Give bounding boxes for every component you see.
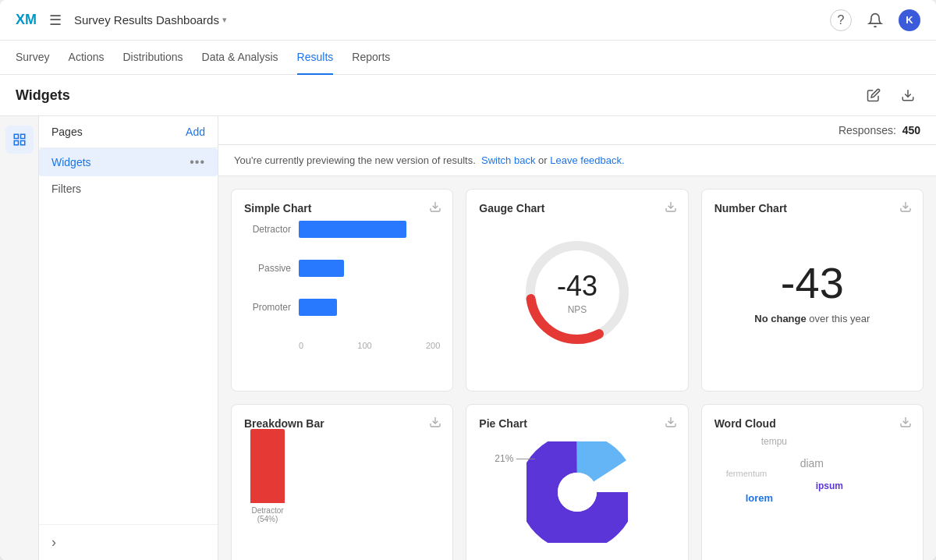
nav-results[interactable]: Results (297, 41, 334, 75)
word-cloud-download-icon[interactable] (899, 416, 912, 431)
gauge-container: -43 NPS (479, 214, 675, 370)
widgets-header: Widgets (0, 75, 936, 116)
word-fermentum: fermentum (726, 469, 768, 478)
user-avatar[interactable]: K (899, 9, 920, 31)
sidebar-icon-tab (0, 116, 39, 560)
title-caret-icon[interactable]: ▾ (222, 15, 227, 25)
pages-icon[interactable] (5, 126, 34, 154)
widgets-title: Widgets (16, 87, 70, 104)
preview-banner: You're currently previewing the new vers… (218, 145, 936, 176)
gauge-label: NPS (557, 304, 597, 315)
simple-chart-card: Simple Chart Detractor (231, 189, 453, 392)
pie-svg (526, 441, 628, 543)
simple-chart-download-icon[interactable] (429, 200, 441, 216)
nav-data-analysis[interactable]: Data & Analysis (202, 41, 278, 75)
app-title-text: Survey Results Dashboards (74, 13, 219, 27)
main-layout: Pages Add Widgets ••• Filters › Response… (0, 116, 936, 560)
sub-nav: Survey Actions Distributions Data & Anal… (0, 41, 936, 75)
preview-text: You're currently previewing the new vers… (234, 154, 476, 166)
bar-label-detractor: Detractor (244, 224, 291, 235)
pie-chart-download-icon[interactable] (665, 416, 677, 431)
bar-row-promoter: Promoter (244, 299, 440, 316)
sidebar-item-widgets[interactable]: Widgets ••• (39, 148, 218, 176)
simple-chart-title: Simple Chart (244, 202, 311, 214)
svg-point-14 (558, 473, 597, 512)
bar-track-promoter (299, 299, 440, 316)
widgets-header-actions (861, 83, 920, 108)
bar-label-promoter: Promoter (244, 302, 291, 313)
breakdown-bar-label: Detractor (54%) (244, 506, 291, 523)
number-chart: -43 No change over this year (714, 214, 910, 370)
top-nav: XM ☰ Survey Results Dashboards ▾ ? K (0, 0, 936, 41)
nav-distributions[interactable]: Distributions (123, 41, 183, 75)
number-big-value: -43 (781, 261, 844, 305)
leave-feedback-link[interactable]: Leave feedback. (550, 154, 624, 166)
pie-container: 21% —— (479, 430, 675, 555)
responses-label: Responses: 450 (838, 124, 920, 136)
gauge-chart-title: Gauge Chart (479, 202, 544, 214)
number-subtitle-bold: No change (754, 313, 806, 324)
nav-actions[interactable]: Actions (69, 41, 105, 75)
bar-fill-detractor (299, 221, 406, 238)
sidebar-pages-label: Pages (51, 126, 83, 138)
simple-chart: Detractor Passive (244, 214, 440, 350)
breakdown-bar-download-icon[interactable] (429, 416, 441, 431)
svg-rect-4 (20, 141, 24, 145)
app-title: Survey Results Dashboards ▾ (74, 13, 227, 27)
dashboard-area: Responses: 450 You're currently previewi… (218, 116, 936, 560)
gauge-chart-card: Gauge Chart -43 (466, 189, 688, 392)
preview-or: or (535, 154, 550, 166)
word-diam: diam (800, 457, 824, 470)
help-icon-label: ? (838, 13, 845, 27)
bar-track-detractor (299, 221, 440, 238)
responses-count: 450 (902, 124, 920, 136)
sidebar-item-filters[interactable]: Filters (39, 176, 218, 201)
breakdown-bar-fill (250, 429, 285, 503)
bar-row-passive: Passive (244, 260, 440, 277)
nav-reports[interactable]: Reports (352, 41, 390, 75)
nav-survey[interactable]: Survey (16, 41, 50, 75)
hamburger-icon[interactable]: ☰ (49, 12, 62, 29)
word-tempu: tempu (761, 436, 787, 447)
axis-200: 200 (426, 341, 440, 350)
sidebar-item-more-icon[interactable]: ••• (190, 155, 205, 169)
breakdown-bar-title: Breakdown Bar (244, 417, 324, 430)
help-icon[interactable]: ? (830, 9, 852, 31)
word-cloud-title: Word Cloud (714, 417, 776, 430)
switch-back-link[interactable]: Switch back (481, 154, 535, 166)
pie-legend-label: 21% —— (495, 453, 534, 464)
breakdown-bar-card: Breakdown Bar Detractor (54%) (231, 404, 453, 560)
bar-label-passive: Passive (244, 263, 291, 274)
gauge-chart-download-icon[interactable] (665, 200, 677, 216)
word-ipsum: ipsum (816, 480, 843, 491)
pie-chart-card: Pie Chart 21% —— (466, 404, 688, 560)
axis-0: 0 (299, 341, 303, 350)
bar-fill-promoter (299, 299, 337, 316)
responses-bar: Responses: 450 (218, 116, 936, 145)
word-lorem: lorem (746, 492, 773, 504)
edit-icon[interactable] (861, 83, 886, 108)
gauge-center: -43 NPS (557, 270, 597, 315)
chart-axis: 0 100 200 (244, 338, 440, 350)
axis-100: 100 (357, 341, 371, 350)
sidebar: Pages Add Widgets ••• Filters › (39, 116, 218, 560)
sidebar-add-button[interactable]: Add (186, 126, 205, 138)
sidebar-collapse-button[interactable]: › (39, 524, 218, 560)
xm-logo: XM (16, 12, 37, 28)
collapse-icon: › (51, 534, 56, 550)
breakdown-bar-chart: Detractor (54%) (244, 430, 440, 523)
number-chart-card: Number Chart -43 No change over this yea… (701, 189, 924, 392)
bar-track-passive (299, 260, 440, 277)
app-window: XM ☰ Survey Results Dashboards ▾ ? K Sur… (0, 0, 936, 560)
number-subtitle: No change over this year (754, 313, 870, 324)
notification-icon[interactable] (864, 9, 886, 31)
number-chart-download-icon[interactable] (899, 200, 912, 216)
sidebar-widgets-label: Widgets (51, 156, 91, 168)
sidebar-header: Pages Add (39, 116, 218, 148)
content-area: Widgets Pages Add (0, 75, 936, 560)
svg-rect-1 (14, 134, 18, 138)
download-icon[interactable] (895, 83, 920, 108)
number-chart-title: Number Chart (714, 202, 787, 214)
pie-chart-title: Pie Chart (479, 417, 526, 430)
word-cloud-card: Word Cloud tempu fermentum diam lorem ip… (701, 404, 924, 560)
